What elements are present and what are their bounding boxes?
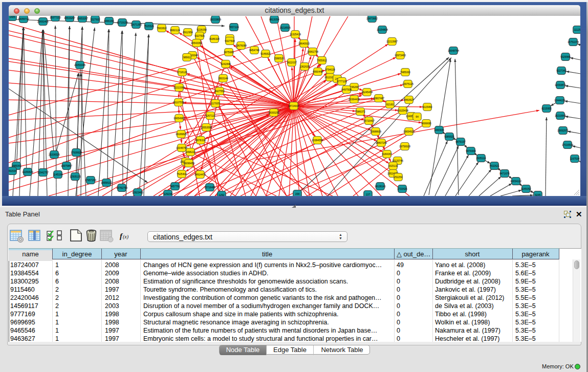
svg-text:9389925: 9389925: [444, 135, 454, 138]
svg-text:129234: 129234: [164, 192, 172, 195]
svg-text:13975125: 13975125: [402, 82, 413, 85]
svg-text:9184067: 9184067: [382, 152, 392, 156]
svg-text:1440935: 1440935: [434, 128, 444, 132]
svg-text:10688609: 10688609: [370, 130, 381, 133]
svg-text:10653267: 10653267: [77, 17, 88, 20]
svg-text:8878334: 8878334: [195, 139, 206, 142]
svg-text:16533267: 16533267: [64, 16, 75, 19]
svg-text:19958107: 19958107: [101, 181, 112, 184]
svg-text:5226058: 5226058: [197, 28, 207, 31]
svg-text:11125: 11125: [574, 28, 580, 31]
svg-text:15751074: 15751074: [568, 40, 579, 43]
svg-text:158: 158: [295, 192, 300, 195]
svg-text:19166825: 19166825: [176, 133, 187, 136]
svg-text:64: 64: [416, 115, 419, 118]
svg-text:7857224: 7857224: [229, 26, 239, 29]
svg-text:9463627: 9463627: [404, 98, 414, 101]
svg-text:8454749: 8454749: [249, 49, 259, 52]
svg-text:10154808: 10154808: [377, 28, 388, 31]
svg-text:6879197: 6879197: [455, 140, 466, 143]
svg-text:8813054: 8813054: [269, 18, 279, 21]
svg-text:391534: 391534: [9, 169, 17, 172]
svg-text:1145194: 1145194: [53, 173, 62, 176]
svg-text:10025438: 10025438: [397, 109, 408, 112]
svg-text:16961758: 16961758: [307, 50, 318, 53]
svg-text:10973493: 10973493: [395, 54, 406, 57]
svg-text:10046768: 10046768: [176, 146, 187, 149]
svg-text:19756928: 19756928: [399, 145, 410, 148]
svg-text:9474444: 9474444: [466, 149, 476, 152]
svg-text:17939924: 17939924: [71, 151, 82, 154]
svg-text:16210643: 16210643: [555, 114, 566, 117]
svg-text:18724007: 18724007: [288, 104, 299, 107]
svg-text:9457791: 9457791: [170, 185, 180, 188]
svg-text:8186328: 8186328: [209, 37, 220, 40]
svg-text:15692971: 15692971: [557, 129, 569, 132]
svg-text:7515526: 7515526: [144, 25, 154, 28]
svg-text:(x): (x): [123, 234, 129, 240]
svg-text:12213369: 12213369: [173, 86, 185, 89]
svg-text:18300295: 18300295: [268, 111, 279, 114]
svg-text:9245052: 9245052: [521, 187, 531, 190]
svg-text:16648764: 16648764: [448, 49, 459, 52]
svg-text:3875685: 3875685: [224, 51, 234, 54]
svg-text:20873662: 20873662: [366, 17, 378, 20]
svg-text:9227342: 9227342: [556, 69, 567, 72]
svg-text:8660124: 8660124: [170, 29, 180, 32]
svg-text:14055712: 14055712: [18, 17, 29, 20]
svg-text:1615132: 1615132: [388, 164, 398, 167]
svg-text:8427552: 8427552: [214, 90, 225, 93]
svg-text:17016504: 17016504: [562, 143, 573, 146]
svg-text:19654923: 19654923: [403, 130, 415, 133]
svg-text:1527602: 1527602: [90, 18, 100, 21]
svg-text:137: 137: [366, 193, 371, 196]
svg-text:12942757: 12942757: [37, 171, 49, 174]
svg-text:1588520: 1588520: [274, 57, 284, 60]
svg-text:7986372: 7986372: [355, 110, 365, 113]
svg-text:18807249: 18807249: [376, 141, 387, 144]
svg-text:19099459: 19099459: [183, 162, 194, 165]
svg-text:3267110: 3267110: [205, 114, 215, 117]
svg-text:1362635: 1362635: [299, 65, 310, 68]
svg-text:2718126: 2718126: [177, 71, 187, 74]
svg-text:16543362: 16543362: [191, 41, 202, 45]
svg-text:7632621: 7632621: [489, 164, 499, 167]
svg-text:9146821: 9146821: [260, 52, 271, 55]
svg-text:16782759: 16782759: [116, 186, 127, 189]
svg-text:9327508: 9327508: [225, 39, 235, 42]
svg-text:11325419: 11325419: [290, 33, 301, 36]
svg-text:19377210: 19377210: [50, 16, 61, 19]
svg-text:20364436: 20364436: [349, 98, 360, 101]
svg-text:2803144: 2803144: [218, 77, 228, 80]
svg-text:20691406: 20691406: [37, 20, 49, 23]
svg-text:9327505: 9327505: [194, 34, 205, 37]
svg-text:14136141: 14136141: [375, 185, 386, 188]
svg-text:12444151: 12444151: [554, 99, 565, 102]
svg-text:15720407: 15720407: [363, 119, 375, 122]
svg-text:252254: 252254: [394, 176, 403, 179]
svg-text:13553594: 13553594: [201, 126, 212, 129]
svg-text:10654112: 10654112: [510, 180, 521, 183]
svg-text:9329966: 9329966: [560, 55, 571, 58]
svg-text:117005: 117005: [211, 102, 220, 105]
svg-text:1167534: 1167534: [570, 157, 579, 160]
svg-text:10671355: 10671355: [130, 23, 142, 26]
svg-text:8912954: 8912954: [183, 31, 193, 34]
svg-text:9699695: 9699695: [421, 122, 431, 125]
svg-text:12093872: 12093872: [555, 83, 566, 86]
svg-text:9245: 9245: [535, 193, 540, 196]
svg-text:18640910: 18640910: [298, 42, 310, 45]
svg-text:10807487: 10807487: [373, 97, 384, 100]
svg-text:16245454: 16245454: [361, 91, 373, 94]
svg-text:9242848: 9242848: [221, 62, 231, 65]
svg-text:7485063: 7485063: [400, 71, 410, 74]
svg-text:1292: 1292: [219, 193, 224, 196]
svg-text:7625402: 7625402: [177, 172, 187, 176]
svg-text:1733426: 1733426: [397, 187, 407, 190]
svg-text:17957263: 17957263: [85, 179, 96, 182]
svg-text:8215955: 8215955: [541, 107, 552, 110]
svg-text:20206526: 20206526: [49, 153, 60, 156]
svg-text:19975867: 19975867: [61, 164, 72, 167]
svg-text:14914479: 14914479: [194, 173, 206, 176]
svg-text:13384554: 13384554: [312, 139, 323, 142]
